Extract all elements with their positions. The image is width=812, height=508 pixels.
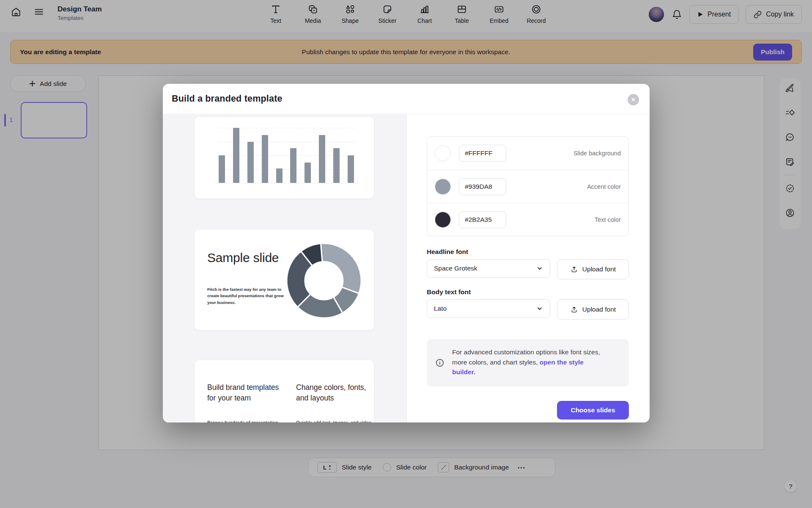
modal-header: Build a branded template ✕ [163, 84, 650, 114]
info-text: For advanced customization options like … [452, 347, 608, 377]
upload-headline-font-button[interactable]: Upload font [557, 259, 629, 279]
color-row-slide-background: Slide background [427, 137, 628, 170]
chevron-down-icon [536, 305, 543, 312]
upload-body-font-button[interactable]: Upload font [557, 299, 629, 320]
body-font-label: Body text font [427, 288, 471, 296]
color-swatch[interactable] [435, 145, 451, 161]
brand-colors-table: Slide background Accent color Text color [427, 136, 629, 236]
close-icon[interactable]: ✕ [628, 94, 639, 105]
upload-icon [570, 306, 578, 314]
preview-text-left-title: Build brand templates for your team [207, 382, 283, 403]
color-row-label: Slide background [573, 150, 621, 157]
color-row-label: Text color [595, 216, 621, 223]
preview-slide-sample: Sample slide Pitch is the fastest way fo… [195, 229, 374, 330]
preview-slide-text: Build brand templates for your team Chan… [195, 360, 374, 422]
color-row-accent: Accent color [427, 170, 628, 203]
build-branded-template-modal: Build a branded template ✕ Samp [163, 84, 650, 422]
app-window: Design Team Templates Text Media Shape S… [0, 0, 812, 508]
chevron-down-icon [536, 265, 543, 272]
brand-controls-pane: Slide background Accent color Text color… [407, 114, 650, 422]
sample-slide-headline: Sample slide [207, 251, 279, 265]
preview-text-left-sub: Browse hundreds of presentation [207, 420, 285, 422]
color-swatch[interactable] [435, 212, 451, 228]
upload-icon [570, 265, 578, 273]
preview-text-right-sub: Quickly add text, images, and video [296, 420, 374, 422]
sample-slide-body: Pitch is the fastest way for any team to… [207, 286, 284, 306]
bar-series [218, 128, 355, 183]
hex-input[interactable] [459, 211, 506, 228]
color-row-label: Accent color [587, 183, 621, 190]
template-preview-pane: Sample slide Pitch is the fastest way fo… [163, 114, 407, 422]
preview-slide-bar-chart [195, 117, 374, 199]
color-row-text: Text color [427, 203, 628, 236]
color-swatch[interactable] [435, 179, 451, 195]
advanced-customization-note: For advanced customization options like … [427, 339, 629, 387]
modal-title: Build a branded template [172, 94, 283, 104]
preview-text-right-title: Change colors, fonts, and layouts [296, 382, 372, 403]
hex-input[interactable] [459, 145, 506, 162]
headline-font-select[interactable]: Space Grotesk [427, 259, 550, 278]
hex-input[interactable] [459, 178, 506, 195]
preview-donut-chart [284, 240, 364, 321]
headline-font-label: Headline font [427, 248, 468, 256]
choose-slides-button[interactable]: Choose slides [557, 401, 629, 420]
preview-bar-chart [218, 128, 355, 183]
info-icon [435, 358, 444, 367]
body-font-select[interactable]: Lato [427, 299, 550, 318]
